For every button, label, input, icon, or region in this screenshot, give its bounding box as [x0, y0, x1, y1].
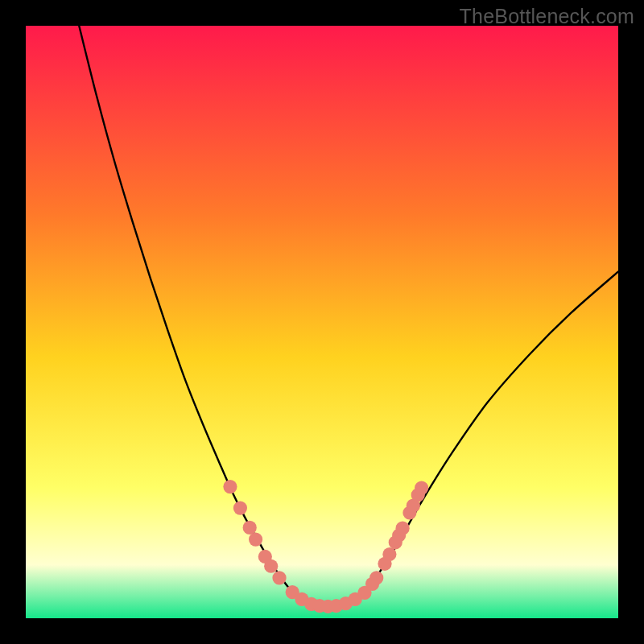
data-marker [272, 571, 286, 584]
data-marker [415, 481, 428, 494]
data-marker [223, 480, 237, 493]
data-marker [264, 559, 278, 573]
data-marker [396, 522, 410, 535]
data-marker [243, 521, 257, 535]
data-marker [249, 533, 262, 547]
data-marker [369, 571, 383, 584]
watermark-text: TheBottleneck.com [460, 5, 634, 28]
data-marker [382, 547, 396, 561]
plot-area [26, 26, 618, 618]
data-marker [233, 502, 247, 515]
chart-frame: TheBottleneck.com [0, 0, 644, 644]
gradient-background [26, 26, 618, 618]
chart-svg [26, 26, 618, 618]
